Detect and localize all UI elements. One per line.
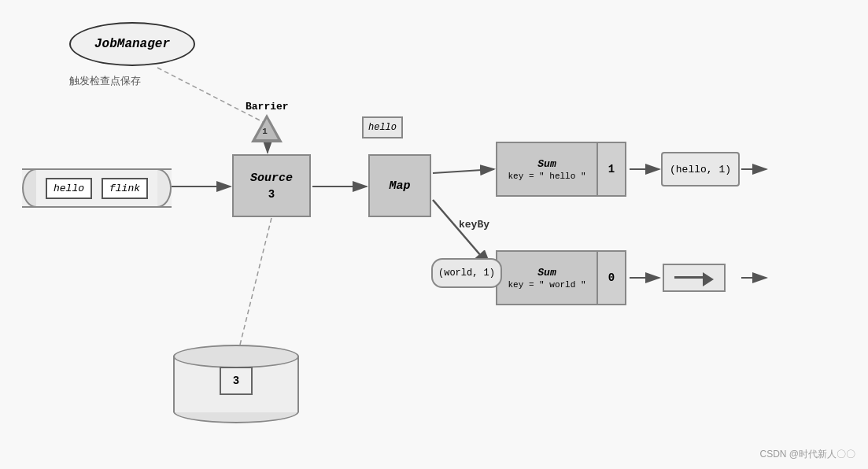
hello-label-above-map: hello bbox=[362, 116, 403, 138]
sum-world-key: key = " world " bbox=[508, 280, 585, 290]
sum-hello-container: Sum key = " hello " 1 bbox=[496, 142, 626, 197]
sum-world-container: Sum key = " world " 0 bbox=[496, 250, 626, 305]
storage-number: 3 bbox=[220, 367, 253, 395]
cylinder-item-flink: flink bbox=[102, 178, 148, 199]
source-number: 3 bbox=[268, 188, 275, 201]
watermark: CSDN @时代新人〇〇 bbox=[759, 448, 855, 461]
arrows-svg bbox=[0, 0, 868, 469]
source-label: Source bbox=[250, 172, 293, 185]
keyby-label: keyBy bbox=[459, 219, 489, 231]
job-manager-label: JobManager bbox=[94, 37, 170, 51]
source-cylinder: hello flink bbox=[22, 159, 172, 216]
cylinder-item-hello: hello bbox=[46, 178, 92, 199]
svg-line-11 bbox=[240, 218, 271, 345]
barrier-shape: 1 bbox=[251, 114, 283, 142]
svg-line-4 bbox=[433, 169, 494, 173]
map-box: Map bbox=[368, 154, 431, 217]
world-tuple: (world, 1) bbox=[431, 258, 502, 288]
source-box: Source 3 bbox=[232, 154, 311, 217]
trigger-text: 触发检查点保存 bbox=[69, 74, 141, 88]
barrier-label: Barrier bbox=[246, 101, 289, 113]
map-label: Map bbox=[389, 179, 410, 193]
storage-cylinder: 3 bbox=[173, 345, 299, 423]
sum-world-value: 0 bbox=[598, 250, 626, 305]
right-arrow-world bbox=[674, 270, 714, 286]
job-manager: JobManager bbox=[69, 22, 195, 66]
sum-hello-value: 1 bbox=[598, 142, 626, 197]
output-hello: (hello, 1) bbox=[661, 152, 740, 186]
sum-world-label: Sum bbox=[537, 267, 556, 279]
sum-hello-box: Sum key = " hello " bbox=[496, 142, 598, 197]
diagram-container: JobManager 触发检查点保存 hello flink Barrier 1… bbox=[0, 0, 868, 469]
barrier-triangle: Barrier 1 bbox=[246, 101, 289, 142]
barrier-number: 1 bbox=[262, 127, 268, 136]
sum-hello-label: Sum bbox=[537, 158, 556, 170]
output-world-arrow bbox=[663, 264, 726, 292]
sum-world-box: Sum key = " world " bbox=[496, 250, 598, 305]
sum-hello-key: key = " hello " bbox=[508, 172, 585, 181]
